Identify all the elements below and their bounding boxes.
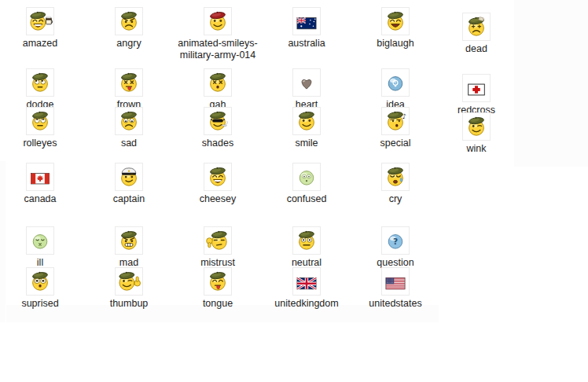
file-label: animated-smileys-military-army-014	[176, 38, 259, 61]
file-label: special	[380, 138, 411, 149]
smiley-beret-smile-icon	[292, 107, 321, 135]
file-label: thumbup	[110, 298, 149, 310]
smiley-beret-whistle-icon: ♪	[381, 107, 410, 135]
file-item-captain[interactable]: captain	[86, 163, 172, 205]
file-label: cry	[389, 193, 402, 205]
file-label: dead	[465, 43, 487, 55]
file-label: cheesey	[200, 193, 237, 205]
flag-uk-icon	[292, 267, 321, 296]
file-item-shades[interactable]: shades	[175, 107, 261, 149]
red-cross-flag-icon	[462, 74, 491, 102]
file-label: canada	[24, 193, 56, 205]
file-item-redcross[interactable]: redcross	[433, 74, 520, 116]
smiley-beret-thumbdown-icon	[204, 226, 232, 255]
file-item-mistrust[interactable]: mistrust	[175, 226, 261, 269]
smiley-beret-sunglasses-icon	[204, 107, 232, 135]
file-label: amazed	[23, 38, 57, 50]
file-item-australia[interactable]: australia	[263, 7, 350, 50]
file-item-ill[interactable]: ill	[0, 226, 83, 269]
smiley-beret-surprised-icon	[26, 267, 54, 296]
smiley-beret-xeyes-tongue-icon	[115, 68, 143, 97]
background-tint	[514, 0, 588, 167]
smiley-captain-hat-icon	[115, 163, 143, 191]
file-item-cry[interactable]: cry	[352, 163, 439, 205]
file-label: unitedstates	[369, 298, 421, 310]
smiley-beret-cry-icon	[381, 163, 410, 191]
file-label: wink	[466, 143, 486, 155]
file-label: tongue	[203, 298, 233, 310]
file-label: biglaugh	[377, 38, 413, 50]
file-item-gah[interactable]: gah	[175, 68, 261, 111]
file-label: australia	[288, 38, 325, 50]
smiley-beret-dodge-icon	[26, 68, 54, 97]
green-face-ill-icon	[26, 226, 54, 255]
smiley-beret-wink-icon	[462, 112, 491, 141]
file-label: sad	[121, 138, 137, 149]
smiley-beret-dead-icon	[462, 13, 491, 41]
file-item-special[interactable]: ♪special	[352, 107, 439, 149]
file-label: confused	[287, 193, 327, 205]
smiley-beret-thumbup-icon	[115, 267, 143, 296]
file-item-smile[interactable]: smile	[263, 107, 350, 149]
smiley-beret-mad-icon	[115, 226, 143, 255]
file-item-dead[interactable]: dead	[433, 13, 520, 55]
question-sphere-icon: ?	[381, 226, 410, 255]
green-face-confused-icon	[292, 163, 321, 191]
file-item-biglaugh[interactable]: biglaugh	[352, 7, 439, 50]
file-item-suprised[interactable]: suprised	[0, 267, 83, 310]
file-label: shades	[202, 138, 233, 149]
file-item-cheesey[interactable]: cheesey	[175, 163, 261, 205]
flag-us-icon	[381, 267, 410, 296]
smiley-beret-laugh-icon	[381, 7, 410, 35]
smiley-beret-beer-icon	[26, 7, 54, 35]
file-label: rolleyes	[23, 138, 57, 149]
smiley-red-beret-icon	[204, 7, 232, 35]
smiley-beret-angry-icon	[115, 7, 143, 35]
file-item-unitedstates[interactable]: unitedstates	[352, 267, 439, 310]
flag-canada-icon	[26, 163, 54, 191]
file-label: unitedkingdom	[274, 298, 338, 310]
heart-icon	[292, 68, 321, 97]
svg-text:?: ?	[393, 237, 398, 247]
file-item-heart[interactable]: heart	[263, 68, 350, 111]
file-item-dodge[interactable]: dodge	[0, 68, 83, 111]
file-item-wink[interactable]: wink	[433, 112, 520, 155]
flag-australia-icon	[292, 7, 321, 35]
file-item-frown[interactable]: frown	[86, 68, 172, 111]
file-label: suprised	[21, 298, 58, 310]
lightbulb-sphere-icon	[381, 68, 410, 97]
file-item-unitedkingdom[interactable]: unitedkingdom	[263, 267, 350, 310]
file-item-sad[interactable]: sad	[86, 107, 172, 149]
file-icon-grid: amazedangryanimated-smileys-military-arm…	[0, 0, 588, 382]
file-label: angry	[116, 38, 141, 50]
file-item-question[interactable]: ?question	[352, 226, 439, 269]
file-label: smile	[295, 138, 318, 149]
file-item-angry[interactable]: angry	[86, 7, 172, 50]
file-label: captain	[113, 193, 145, 205]
file-item-neutral[interactable]: neutral	[263, 226, 350, 269]
file-item-thumbup[interactable]: thumbup	[86, 267, 172, 310]
file-item-rolleyes[interactable]: rolleyes	[0, 107, 83, 149]
smiley-beret-sad-icon	[115, 107, 143, 135]
smiley-beret-gah-icon	[204, 68, 232, 97]
svg-text:♪: ♪	[402, 112, 406, 120]
file-item-animated-smileys-military-army-014[interactable]: animated-smileys-military-army-014	[175, 7, 261, 61]
file-item-canada[interactable]: canada	[0, 163, 83, 205]
file-item-confused[interactable]: confused	[263, 163, 350, 205]
smiley-beret-rolleyes-icon	[26, 107, 54, 135]
file-item-tongue[interactable]: tongue	[175, 267, 261, 310]
smiley-beret-tongue-icon	[204, 267, 232, 296]
file-item-idea[interactable]: idea	[352, 68, 439, 111]
file-item-mad[interactable]: mad	[86, 226, 172, 269]
smiley-beret-neutral-icon	[292, 226, 321, 255]
file-item-amazed[interactable]: amazed	[0, 7, 83, 50]
smiley-beret-grin-icon	[204, 163, 232, 191]
